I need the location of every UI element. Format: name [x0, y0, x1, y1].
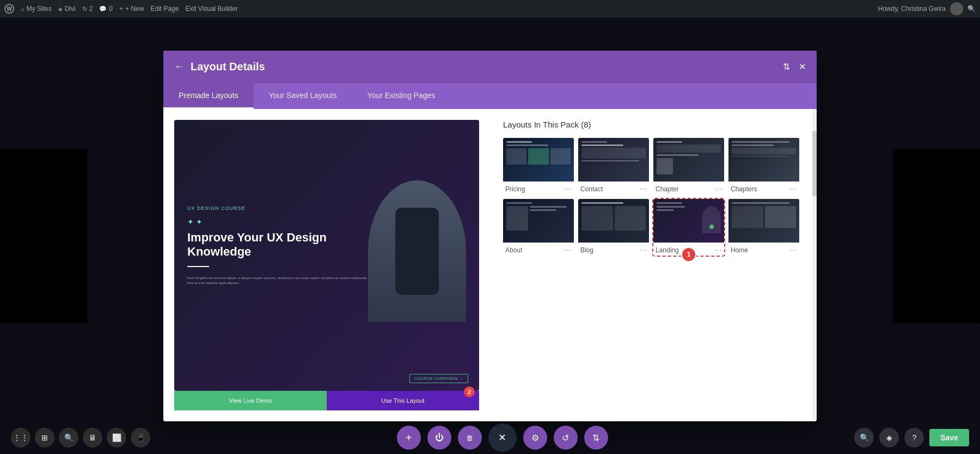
layout-card-home[interactable]: Home ⋯	[728, 199, 799, 256]
preview-inner: UX DESIGN COURSE ✦ ✦ Improve Your UX Des…	[174, 120, 479, 391]
layout-menu-about[interactable]: ⋯	[564, 246, 572, 255]
layout-thumb-home	[728, 199, 799, 243]
delete-button[interactable]: 🗑	[458, 426, 482, 450]
preview-image-side	[368, 180, 466, 322]
modal-title: Layout Details	[191, 60, 265, 73]
layout-thumb-pricing	[503, 138, 574, 181]
badge-2: 2	[464, 386, 475, 397]
history-button[interactable]: ↺	[554, 426, 578, 450]
layout-footer-blog: Blog ⋯	[578, 243, 649, 256]
course-overview-label: COURSE OVERVIEW →	[409, 374, 468, 383]
my-sites[interactable]: ⌂ My Sites	[21, 5, 52, 13]
layout-name-chapters: Chapters	[731, 185, 757, 193]
greeting-text: Howdy, Christina Gwira	[878, 5, 946, 13]
layout-thumb-about	[503, 199, 574, 243]
preview-image: UX DESIGN COURSE ✦ ✦ Improve Your UX Des…	[174, 120, 479, 391]
page-background: ← Layout Details ⇅ ✕ Premade Layouts You…	[0, 17, 980, 454]
desktop-view-button[interactable]: 🖥	[83, 428, 102, 447]
cancel-button[interactable]: ✕	[488, 423, 517, 452]
power-button[interactable]: ⏻	[427, 426, 451, 450]
mobile-view-button[interactable]: 📱	[131, 428, 150, 447]
new-btn[interactable]: + + New	[119, 5, 144, 13]
bottom-toolbar: ⋮⋮ ⊞ 🔍 🖥 ⬜ 📱 + ⏻ 🗑 ✕ ⚙ ↺ ⇅ 🔍 ◈ ? Save	[0, 421, 980, 454]
modal-header-left: ← Layout Details	[174, 60, 265, 73]
layout-card-contact[interactable]: Contact ⋯	[578, 138, 649, 195]
grid-view-button[interactable]: ⋮⋮	[11, 428, 30, 447]
layout-menu-chapters[interactable]: ⋯	[789, 185, 797, 193]
add-button[interactable]: +	[397, 426, 421, 450]
layout-footer-contact: Contact ⋯	[578, 181, 649, 195]
preview-text: UX DESIGN COURSE ✦ ✦ Improve Your UX Des…	[187, 205, 368, 286]
admin-search-icon[interactable]: 🔍	[967, 5, 976, 13]
settings-button[interactable]: ⚙	[523, 426, 547, 450]
layout-name-chapter: Chapter	[656, 185, 679, 193]
back-button[interactable]: ←	[174, 61, 184, 72]
modal-scrollbar[interactable]	[812, 109, 817, 421]
layout-card-blog[interactable]: Blog ⋯	[578, 199, 649, 256]
layout-menu-contact[interactable]: ⋯	[639, 185, 647, 193]
layout-footer-home: Home ⋯	[728, 243, 799, 256]
search-button-left[interactable]: 🔍	[59, 428, 78, 447]
comments-btn[interactable]: 💬 0	[99, 5, 113, 13]
modal-body: UX DESIGN COURSE ✦ ✦ Improve Your UX Des…	[163, 109, 817, 421]
layout-card-pricing[interactable]: Pricing ⋯	[503, 138, 574, 195]
preview-body: Nunc fringilla erat ut lectus aliquet, a…	[187, 276, 368, 286]
layout-footer-chapter: Chapter ⋯	[653, 181, 724, 195]
edit-page-btn[interactable]: Edit Page	[150, 5, 179, 13]
course-overview-area: COURSE OVERVIEW →	[174, 372, 479, 391]
svg-text:W: W	[7, 6, 12, 12]
divi-menu[interactable]: ◈ Divi	[58, 5, 76, 13]
exit-builder-btn[interactable]: Exit Visual Builder	[185, 5, 238, 13]
layout-card-about[interactable]: About ⋯	[503, 199, 574, 256]
sort-icon[interactable]: ⇅	[783, 62, 790, 72]
modal-header-right: ⇅ ✕	[783, 62, 806, 72]
preview-heading: Improve Your UX Design Knowledge	[187, 231, 368, 259]
layout-footer-landing: Landing ⋯ 1	[653, 243, 724, 256]
layout-menu-landing[interactable]: ⋯	[714, 246, 722, 255]
tab-saved-layouts[interactable]: Your Saved Layouts	[254, 83, 352, 109]
layout-menu-home[interactable]: ⋯	[789, 246, 797, 255]
layout-menu-pricing[interactable]: ⋯	[564, 185, 572, 193]
divi-right-button[interactable]: ◈	[879, 428, 899, 447]
layout-thumb-contact	[578, 138, 649, 181]
layout-name-pricing: Pricing	[505, 185, 525, 193]
layout-card-chapters[interactable]: Chapters ⋯	[728, 138, 799, 195]
use-this-layout-button[interactable]: Use This Layout 2	[327, 391, 479, 410]
admin-bar: W ⌂ My Sites ◈ Divi ↻ 2 💬 0 + + New Edit…	[0, 0, 980, 17]
close-icon[interactable]: ✕	[799, 62, 806, 72]
sort-button[interactable]: ⇅	[584, 426, 608, 450]
green-dot	[709, 225, 714, 229]
layouts-grid: Pricing ⋯	[503, 138, 799, 256]
badge-1: 1	[681, 247, 696, 262]
view-live-demo-button[interactable]: View Live Demo	[174, 391, 327, 410]
layout-footer-about: About ⋯	[503, 243, 574, 256]
layout-thumb-chapter	[653, 138, 724, 181]
preview-content: UX DESIGN COURSE ✦ ✦ Improve Your UX Des…	[174, 120, 479, 372]
layout-view-button[interactable]: ⊞	[35, 428, 54, 447]
scrollbar-thumb	[812, 131, 817, 196]
layout-name-blog: Blog	[580, 246, 593, 254]
preview-bottom-bar: View Live Demo Use This Layout 2	[174, 391, 479, 410]
tab-existing-pages[interactable]: Your Existing Pages	[352, 83, 451, 109]
layout-thumb-blog	[578, 199, 649, 243]
layout-details-modal: ← Layout Details ⇅ ✕ Premade Layouts You…	[163, 51, 817, 421]
modal-overlay: ← Layout Details ⇅ ✕ Premade Layouts You…	[0, 17, 980, 454]
save-button[interactable]: Save	[929, 429, 969, 446]
updates-btn[interactable]: ↻ 2	[82, 5, 93, 13]
preview-course-label: UX DESIGN COURSE	[187, 205, 368, 211]
avatar	[950, 2, 963, 15]
wp-icon[interactable]: W	[4, 4, 14, 14]
search-right-button[interactable]: 🔍	[854, 428, 874, 447]
layout-name-about: About	[505, 246, 522, 254]
layout-menu-blog[interactable]: ⋯	[639, 246, 647, 255]
layout-footer-pricing: Pricing ⋯	[503, 181, 574, 195]
tab-premade-layouts[interactable]: Premade Layouts	[163, 83, 254, 109]
preview-sparkles: ✦ ✦	[187, 217, 368, 226]
tablet-view-button[interactable]: ⬜	[107, 428, 126, 447]
layout-menu-chapter[interactable]: ⋯	[714, 185, 722, 193]
layout-card-chapter[interactable]: Chapter ⋯	[653, 138, 724, 195]
help-button[interactable]: ?	[904, 428, 924, 447]
toolbar-right: 🔍 ◈ ? Save	[854, 428, 969, 447]
layouts-panel: Layouts In This Pack (8)	[490, 109, 812, 421]
layout-card-landing[interactable]: Landing ⋯ 1	[653, 199, 724, 256]
